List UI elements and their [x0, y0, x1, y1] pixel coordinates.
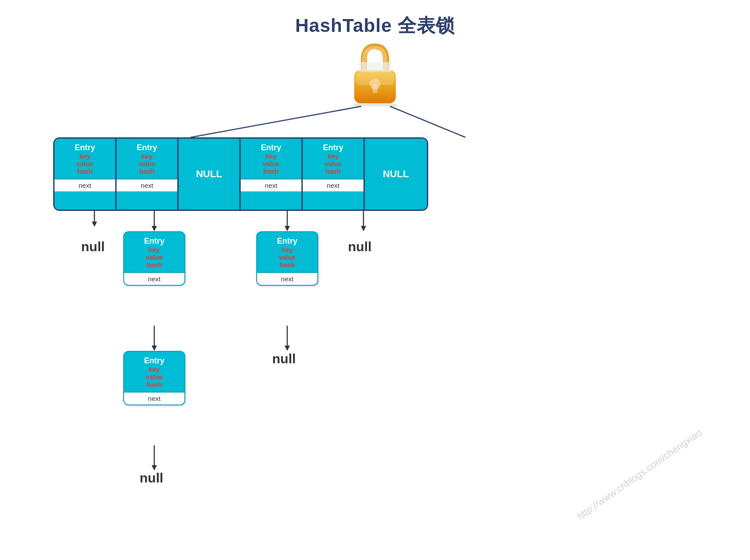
chain1c-label: Entry: [124, 356, 184, 366]
chain2a-key: key: [257, 246, 317, 253]
entry-value-1: value: [55, 160, 115, 167]
watermark: http://www.cnblogs.com/chengxiao: [575, 427, 704, 522]
entry-value-2: value: [117, 160, 177, 167]
entry-label-1: Entry: [55, 143, 115, 152]
svg-marker-5: [152, 226, 157, 231]
entry-hash-4: hash: [241, 167, 301, 175]
table-cell-4: Entry key value hash next: [241, 139, 303, 210]
svg-marker-3: [92, 222, 97, 227]
entry-key-2: key: [117, 152, 177, 160]
null-label-2: NULL: [383, 168, 409, 180]
table-cell-3-null: NULL: [179, 139, 241, 210]
svg-marker-11: [285, 226, 290, 231]
entry-hash-1: hash: [55, 167, 115, 175]
entry-hash-5: hash: [303, 167, 363, 175]
table-cell-6-null: NULL: [365, 139, 427, 210]
svg-marker-9: [152, 465, 157, 471]
table-cell-1: Entry key value hash next: [55, 139, 117, 210]
chain-entry-2a: Entry key value hash next: [256, 231, 318, 286]
table-cell-5: Entry key value hash next: [303, 139, 365, 210]
chain2a-hash: hash: [257, 261, 317, 268]
entry-value-4: value: [241, 160, 301, 167]
chain-entry-1b: Entry key value hash next: [123, 231, 185, 286]
entry-next-4: next: [241, 179, 301, 191]
entry-key-5: key: [303, 152, 363, 160]
chain1c-value: value: [124, 373, 184, 381]
chain1c-next: next: [124, 392, 184, 404]
chain1b-value: value: [124, 253, 184, 261]
svg-rect-20: [356, 72, 394, 85]
null-text-chain2a: null: [272, 351, 296, 366]
null-text-cell5: null: [348, 239, 371, 254]
chain2a-value: value: [257, 253, 317, 261]
svg-marker-13: [285, 346, 290, 351]
chain1c-key: key: [124, 366, 184, 373]
chain1b-label: Entry: [124, 237, 184, 246]
entry-value-5: value: [303, 160, 363, 167]
chain1b-key: key: [124, 246, 184, 253]
svg-rect-21: [359, 62, 391, 72]
entry-next-1: next: [55, 179, 115, 191]
chain1b-next: next: [124, 272, 184, 285]
page-title: HashTable 全表锁: [0, 0, 750, 38]
entry-label-5: Entry: [303, 143, 363, 152]
entry-next-5: next: [303, 179, 363, 191]
entry-next-2: next: [117, 179, 177, 191]
null-text-1: null: [81, 239, 105, 254]
null-text-chain1c: null: [140, 471, 163, 486]
svg-line-1: [390, 106, 465, 137]
chain1b-hash: hash: [124, 261, 184, 268]
chain-entry-1c: Entry key value hash next: [123, 351, 185, 405]
svg-marker-7: [152, 346, 157, 351]
entry-key-1: key: [55, 152, 115, 160]
entry-label-4: Entry: [241, 143, 301, 152]
svg-line-0: [191, 106, 361, 137]
chain1c-hash: hash: [124, 381, 184, 388]
svg-marker-15: [361, 226, 366, 231]
table-row-1: Entry key value hash next Entry key valu…: [53, 137, 428, 211]
svg-rect-19: [372, 84, 378, 93]
table-cell-2: Entry key value hash next: [117, 139, 179, 210]
entry-label-2: Entry: [117, 143, 177, 152]
entry-hash-2: hash: [117, 167, 177, 175]
null-label-1: NULL: [196, 168, 222, 180]
chain2a-label: Entry: [257, 237, 317, 246]
chain2a-next: next: [257, 272, 317, 285]
entry-key-4: key: [241, 152, 301, 160]
lock-icon: [346, 40, 404, 106]
